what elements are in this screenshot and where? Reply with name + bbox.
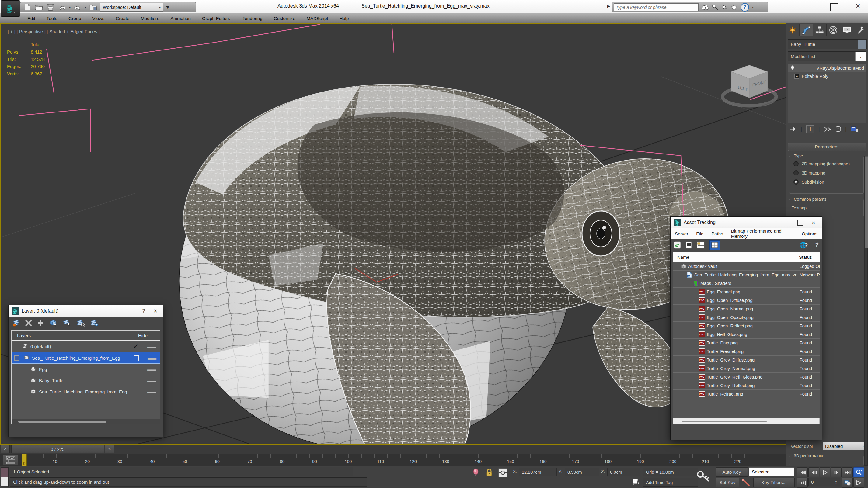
tab-display[interactable] (840, 24, 854, 36)
delete-layer-icon[interactable] (25, 320, 32, 326)
selection-region-icon[interactable] (632, 478, 640, 486)
table-view-button[interactable] (710, 240, 720, 250)
vector-displ-dropdown[interactable]: Disabled ⌄ (823, 442, 867, 450)
menu-customize[interactable]: Customize (274, 16, 296, 21)
workspace-dropdown[interactable]: Workspace: Default ▾ (100, 3, 163, 11)
app-logo-button[interactable] (1, 0, 20, 17)
expander-icon[interactable]: - (14, 355, 20, 361)
asset-tracking-titlebar[interactable]: Asset Tracking – × (671, 217, 822, 228)
menu-create[interactable]: Create (116, 16, 129, 21)
redo-icon[interactable] (73, 3, 82, 11)
time-marker[interactable]: 0 (22, 454, 27, 466)
auto-key-button[interactable]: Auto Key (716, 467, 748, 477)
key-mode-toggle-button[interactable] (797, 478, 808, 488)
parameters-rollout-header[interactable]: - Parameters (788, 142, 866, 151)
time-slider-right-arrow[interactable]: > (105, 445, 114, 453)
menu-modifiers[interactable]: Modifiers (141, 16, 159, 21)
time-slider-left-arrow[interactable]: < (1, 445, 10, 453)
asset-row[interactable]: PNGTurtle_Disp.pngFound (673, 339, 820, 347)
hide-toggle[interactable]: ▬▬ (148, 355, 156, 361)
layer-row[interactable]: Baby_Turtle▬▬ (11, 375, 160, 386)
set-key-icon[interactable] (742, 479, 751, 486)
menu-maxscript[interactable]: MAXScript (307, 16, 328, 21)
hide-toggle[interactable]: ▬▬ (147, 367, 156, 372)
expand-plus-icon[interactable]: + (794, 74, 799, 79)
maxscript-mini-listener[interactable] (1, 467, 8, 487)
asset-menu-bitmap-performance-and-memory[interactable]: Bitmap Performance and Memory (731, 228, 794, 239)
set-keys-key-icon[interactable] (697, 470, 711, 483)
selection-lock-icon[interactable] (486, 469, 493, 477)
menu-views[interactable]: Views (92, 16, 105, 21)
help-icon[interactable]: ? (741, 3, 749, 11)
minimize-button[interactable]: – (809, 2, 821, 9)
modifier-list-chevron[interactable]: ⌄ (855, 52, 866, 61)
asset-row[interactable]: PNGEgg_Refl_Gloss.pngFound (673, 330, 820, 339)
asset-row[interactable]: PNGTurtle_Grey_Refl_Gloss.pngFound (673, 373, 820, 381)
modifier-row-epoly[interactable]: + Editable Poly (788, 72, 866, 80)
asset-row[interactable]: Maps / Shaders (673, 279, 820, 288)
tab-create[interactable] (786, 24, 800, 36)
asset-hscrollbar[interactable] (673, 418, 819, 424)
hide-toggle[interactable]: ▬▬ (147, 344, 156, 349)
asset-row[interactable]: PNGTurtle_Grey_Normal.pngFound (673, 364, 820, 373)
close-button[interactable]: × (852, 2, 864, 10)
menu-animation[interactable]: Animation (170, 16, 191, 21)
active-layer-box[interactable] (133, 355, 139, 361)
bulb-on-icon[interactable] (790, 65, 795, 71)
hide-column-header[interactable]: Hide (135, 333, 160, 338)
select-in-layer-icon[interactable] (49, 319, 58, 327)
zoom-tool-button[interactable] (854, 467, 864, 477)
save-icon[interactable] (46, 3, 55, 11)
asset-row[interactable]: PNGEgg_Open_Reflect.pngFound (673, 322, 820, 330)
favorites-star-icon[interactable] (731, 4, 738, 10)
undo-flyout-icon[interactable]: ▾ (69, 6, 70, 9)
radio-icon[interactable] (794, 161, 799, 166)
modifier-row-vray[interactable]: VRayDisplacementMod (788, 64, 866, 72)
asset-row[interactable]: PNGEgg_Open_Diffuse.pngFound (673, 296, 820, 305)
layer-properties-icon[interactable] (76, 319, 85, 327)
radio-subdivision[interactable]: Subdivision (794, 180, 863, 185)
details-view-icon[interactable] (697, 241, 705, 249)
asset-row[interactable]: PNGEgg_Fresnel.pngFound (673, 288, 820, 296)
show-end-result-icon[interactable]: Ι (806, 125, 814, 133)
search-input[interactable] (614, 3, 699, 11)
layer-row[interactable]: -Sea_Turtle_Hatchling_Emerging_from_Egg▬… (11, 352, 160, 364)
set-key-button[interactable]: Set Key (716, 478, 739, 487)
toolbar-flyout-icon[interactable]: ▼▬ (166, 5, 171, 10)
radio-2d-mapping-landscape-[interactable]: 2D mapping (landscape) (794, 161, 863, 166)
go-to-end-button[interactable] (842, 467, 853, 477)
object-name-field[interactable]: Baby_Turtle (788, 39, 861, 49)
asset-minimize-button[interactable]: – (782, 220, 792, 225)
asset-row[interactable]: PNGTurtle_Grey_Reflect.pngFound (673, 381, 820, 390)
new-file-icon[interactable] (23, 3, 32, 11)
pin-stack-icon[interactable] (790, 127, 797, 132)
play-button[interactable] (819, 467, 830, 477)
time-slider-handle[interactable]: 0 / 225 (11, 445, 104, 453)
asset-row[interactable]: PNGTurtle_Fresnel.pngFound (673, 347, 820, 356)
current-layer-check-icon[interactable]: ✓ (133, 343, 138, 350)
asset-close-button[interactable]: × (808, 220, 819, 226)
layer-hscroll-thumb[interactable] (18, 421, 106, 423)
context-help-icon[interactable]: ?⃗ (815, 241, 819, 249)
create-new-layer-icon[interactable] (12, 319, 20, 327)
layer-hscrollbar[interactable] (11, 419, 160, 424)
absolute-offset-toggle-icon[interactable] (498, 468, 507, 477)
x-coord-field[interactable]: 12.207cm (519, 468, 557, 477)
viewport-label[interactable]: [ + ] [ Perspective ] [ Shaded + Edged F… (8, 29, 100, 34)
key-filters-button[interactable]: Key Filters... (753, 478, 795, 487)
menu-graph-editors[interactable]: Graph Editors (202, 16, 230, 21)
menu-help[interactable]: Help (339, 16, 349, 21)
selection-set-dropdown[interactable]: Selected ⌄ (749, 467, 794, 476)
configure-modifier-sets-icon[interactable] (851, 126, 858, 132)
layer-row[interactable]: 0 (default)✓▬▬ (11, 341, 160, 352)
satellite-icon[interactable] (722, 4, 728, 10)
menu-rendering[interactable]: Rendering (241, 16, 262, 21)
hide-toggle[interactable]: ▬▬ (147, 389, 156, 394)
track-bar[interactable]: 1020304050607080901001101201301401501601… (0, 454, 785, 466)
layer-close-button[interactable]: × (151, 307, 160, 315)
viewcube[interactable]: LEFT FRONT (722, 65, 776, 106)
status-column-header[interactable]: Status (799, 255, 812, 260)
scrollbar-thumb[interactable] (865, 156, 868, 248)
asset-menu-server[interactable]: Server (675, 231, 688, 236)
web-help-icon[interactable]: 🌐? (800, 242, 810, 249)
